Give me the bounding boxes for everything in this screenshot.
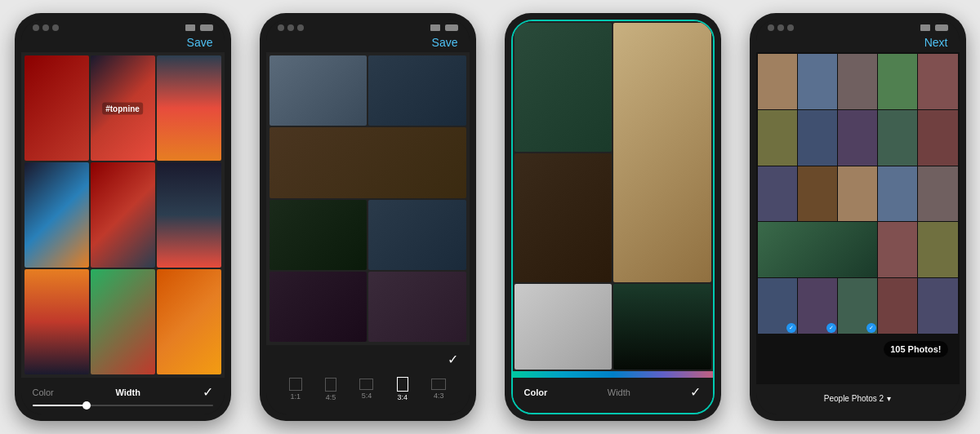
battery-icon-4 [935, 24, 948, 31]
collage-cell-3 [270, 127, 466, 197]
sg-cell-3[interactable] [838, 54, 877, 109]
sg-cell-12[interactable] [798, 166, 837, 222]
signal-dots-4 [768, 24, 794, 31]
status-bar-2 [266, 20, 470, 33]
ratio-label-43: 4:3 [434, 392, 444, 400]
check-badge-3: ✓ [866, 323, 876, 333]
sg-cell-6[interactable] [758, 110, 797, 166]
sg-cell-9[interactable] [878, 110, 917, 166]
signal-dot [787, 24, 794, 31]
sg-cell-22[interactable] [878, 278, 917, 334]
ratio-45[interactable]: 4:5 [325, 378, 336, 401]
grid-cell-8 [91, 269, 155, 374]
dropdown-label[interactable]: People Photos 2 [824, 394, 884, 403]
signal-dots-2 [278, 24, 304, 31]
check-icon-2[interactable]: ✓ [448, 352, 458, 367]
check-row-2: ✓ [278, 352, 458, 367]
sg-cell-8[interactable] [838, 110, 877, 166]
ratio-box-43 [431, 379, 446, 390]
sg-cell-13[interactable] [838, 166, 877, 222]
hashtag-label: #topnine [102, 102, 143, 114]
sg-cell-23[interactable] [918, 278, 957, 334]
signal-dot [33, 24, 39, 31]
dropdown-row: People Photos 2 ▾ [768, 391, 948, 406]
ratio-label-11: 1:1 [290, 392, 301, 401]
signal-dot [768, 24, 774, 31]
save-button-2[interactable]: Save [432, 36, 458, 49]
tall-cell-3 [514, 153, 612, 282]
next-button[interactable]: Next [924, 36, 948, 49]
dropdown-arrow-icon[interactable]: ▾ [887, 394, 891, 403]
check-icon-3[interactable]: ✓ [690, 384, 701, 400]
grid-cell-2: #topnine [91, 55, 155, 161]
sg-cell-10[interactable] [918, 110, 957, 166]
sg-cell-19[interactable]: ✓ [758, 278, 797, 334]
ratio-label-34: 3:4 [398, 393, 408, 401]
ratio-box-34 [397, 377, 408, 392]
slider-thumb[interactable] [82, 401, 91, 410]
tall-cell-4 [514, 284, 612, 370]
sg-cell-5[interactable] [918, 54, 957, 109]
color-label[interactable]: Color [33, 388, 54, 397]
signal-dot [297, 24, 304, 31]
wifi-icon [185, 24, 195, 31]
ratio-43[interactable]: 4:3 [431, 379, 446, 400]
color-label-3[interactable]: Color [524, 388, 548, 397]
tall-cell-1 [514, 23, 612, 152]
ratio-11[interactable]: 1:1 [289, 378, 302, 401]
top-bar-2: Save [266, 33, 470, 52]
check-badge-1: ✓ [786, 323, 796, 333]
bottom-controls-4: People Photos 2 ▾ [756, 384, 960, 414]
ratio-label-45: 4:5 [326, 393, 336, 401]
grid-cell-4 [24, 162, 89, 268]
save-button-1[interactable]: Save [187, 36, 213, 49]
check-icon[interactable]: ✓ [203, 384, 213, 400]
sg-cell-4[interactable] [878, 54, 917, 109]
label-row: Color Width ✓ [33, 384, 213, 400]
color-bar [513, 371, 713, 378]
signal-dot [52, 24, 59, 31]
grid-cell-9 [157, 269, 221, 374]
grid-cell-3 [157, 55, 221, 161]
collage-grid-1: #topnine [24, 55, 221, 374]
wifi-icon-4 [920, 24, 930, 31]
ratio-box-45 [325, 378, 336, 392]
signal-dot [42, 24, 49, 31]
photo-grid-area-2 [266, 52, 470, 345]
sg-landscape-1[interactable] [758, 222, 878, 277]
sg-cell-18[interactable] [918, 222, 957, 277]
ratio-34[interactable]: 3:4 [397, 377, 408, 401]
collage-cell-7 [368, 272, 466, 342]
sg-cell-21[interactable]: ✓ [838, 278, 877, 334]
sg-cell-14[interactable] [878, 166, 917, 222]
tall-collage [513, 21, 713, 371]
sg-cell-15[interactable] [918, 166, 957, 222]
collage-cell-6 [270, 272, 368, 342]
status-icons [185, 24, 213, 31]
sg-cell-7[interactable] [798, 110, 837, 166]
grid-cell-1 [24, 55, 89, 161]
ratio-54[interactable]: 5:4 [359, 379, 373, 400]
phone-1: Save #topnine Color Width ✓ [15, 13, 231, 421]
width-label-3[interactable]: Width [608, 388, 630, 397]
wifi-icon-2 [430, 24, 440, 31]
top-bar-4: Next [756, 33, 960, 52]
ratio-label-54: 5:4 [362, 392, 372, 400]
status-icons-2 [430, 24, 458, 31]
check-badge-2: ✓ [826, 323, 836, 333]
sg-cell-20[interactable]: ✓ [798, 278, 837, 334]
signal-dots [33, 24, 59, 31]
signal-dot [287, 24, 294, 31]
sg-cell-11[interactable] [758, 166, 797, 222]
phone-4: Next [750, 13, 966, 421]
aspect-ratio-bar: 1:1 4:5 5:4 3:4 4:3 [278, 372, 458, 406]
width-label[interactable]: Width [115, 388, 140, 397]
phone-3: Color Width ✓ [505, 13, 721, 421]
signal-dot [278, 24, 284, 31]
sg-cell-17[interactable] [878, 222, 917, 277]
slider-track[interactable] [33, 405, 213, 406]
sg-cell-1[interactable] [758, 54, 797, 109]
collage-cell-5 [368, 200, 466, 270]
tall-cell-2 [613, 23, 711, 282]
sg-cell-2[interactable] [798, 54, 837, 109]
